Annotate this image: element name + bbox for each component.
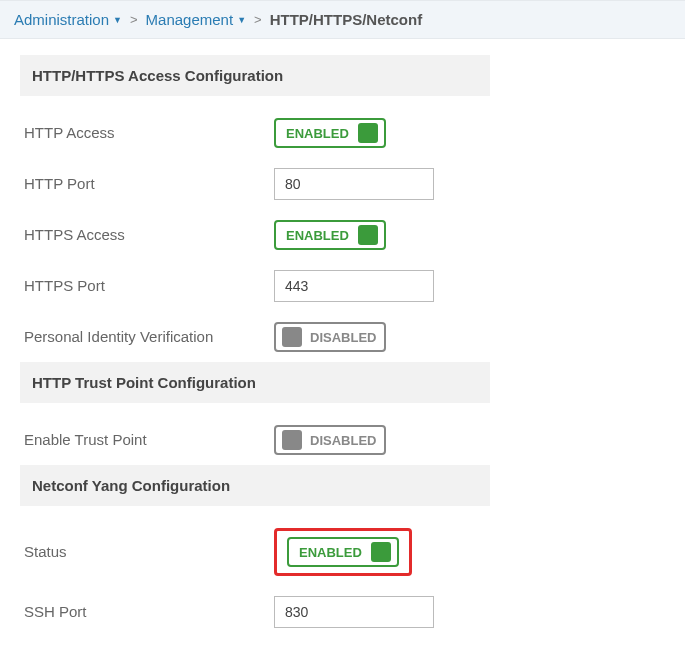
toggle-knob-icon	[358, 225, 378, 245]
chevron-right-icon: >	[130, 12, 138, 27]
caret-down-icon: ▼	[237, 15, 246, 25]
field-https-port: HTTPS Port	[20, 260, 490, 312]
highlight-box: ENABLED	[274, 528, 412, 576]
toggle-piv[interactable]: DISABLED	[274, 322, 386, 352]
breadcrumb-management[interactable]: Management ▼	[146, 11, 246, 28]
toggle-label: ENABLED	[282, 126, 349, 141]
label-enable-trust-point: Enable Trust Point	[24, 430, 274, 450]
breadcrumb-link-label: Administration	[14, 11, 109, 28]
toggle-label: ENABLED	[282, 228, 349, 243]
section-header-netconf: Netconf Yang Configuration	[20, 465, 490, 506]
breadcrumb-link-label: Management	[146, 11, 234, 28]
caret-down-icon: ▼	[113, 15, 122, 25]
field-https-access: HTTPS Access ENABLED	[20, 210, 490, 260]
label-piv: Personal Identity Verification	[24, 327, 274, 347]
field-http-port: HTTP Port	[20, 158, 490, 210]
input-ssh-port[interactable]	[274, 596, 434, 628]
breadcrumb: Administration ▼ > Management ▼ > HTTP/H…	[0, 0, 685, 39]
label-http-access: HTTP Access	[24, 123, 274, 143]
section-header-trust: HTTP Trust Point Configuration	[20, 362, 490, 403]
section-header-access: HTTP/HTTPS Access Configuration	[20, 55, 490, 96]
breadcrumb-current: HTTP/HTTPS/Netconf	[270, 11, 423, 28]
chevron-right-icon: >	[254, 12, 262, 27]
page-content: HTTP/HTTPS Access Configuration HTTP Acc…	[0, 39, 685, 646]
label-https-access: HTTPS Access	[24, 225, 274, 245]
field-netconf-status: Status ENABLED	[20, 518, 490, 586]
toggle-label: ENABLED	[295, 545, 362, 560]
input-https-port[interactable]	[274, 270, 434, 302]
toggle-enable-trust-point[interactable]: DISABLED	[274, 425, 386, 455]
toggle-knob-icon	[282, 430, 302, 450]
toggle-knob-icon	[371, 542, 391, 562]
toggle-knob-icon	[282, 327, 302, 347]
field-enable-trust-point: Enable Trust Point DISABLED	[20, 415, 490, 465]
field-ssh-port: SSH Port	[20, 586, 490, 638]
breadcrumb-administration[interactable]: Administration ▼	[14, 11, 122, 28]
field-piv: Personal Identity Verification DISABLED	[20, 312, 490, 362]
label-netconf-status: Status	[24, 542, 274, 562]
label-ssh-port: SSH Port	[24, 602, 274, 622]
toggle-label: DISABLED	[310, 433, 376, 448]
toggle-netconf-status[interactable]: ENABLED	[287, 537, 399, 567]
field-http-access: HTTP Access ENABLED	[20, 108, 490, 158]
toggle-knob-icon	[358, 123, 378, 143]
label-https-port: HTTPS Port	[24, 276, 274, 296]
toggle-label: DISABLED	[310, 330, 376, 345]
toggle-https-access[interactable]: ENABLED	[274, 220, 386, 250]
input-http-port[interactable]	[274, 168, 434, 200]
toggle-http-access[interactable]: ENABLED	[274, 118, 386, 148]
label-http-port: HTTP Port	[24, 174, 274, 194]
